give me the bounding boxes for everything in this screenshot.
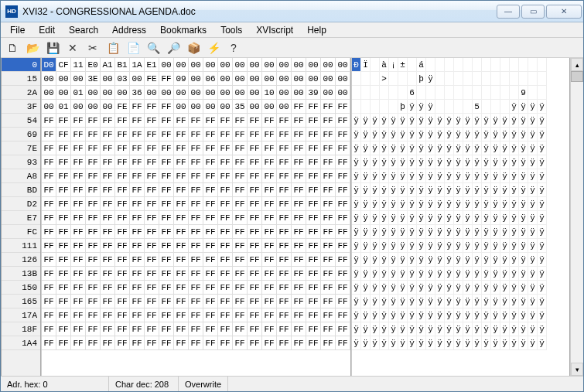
char-cell[interactable]: ÿ	[445, 267, 454, 281]
hex-cell[interactable]: FF	[248, 336, 262, 350]
hex-cell[interactable]: FF	[174, 128, 189, 141]
hex-cell[interactable]: FF	[233, 197, 248, 211]
char-cell[interactable]: ÿ	[408, 336, 417, 350]
char-cell[interactable]: ÿ	[435, 281, 445, 295]
char-cell[interactable]: ÿ	[519, 128, 528, 141]
hex-cell[interactable]: FF	[203, 141, 218, 155]
hex-cell[interactable]: FF	[174, 336, 189, 350]
char-cell[interactable]: ÿ	[454, 336, 463, 350]
hex-cell[interactable]: 00	[174, 58, 189, 72]
hex-cell[interactable]: 00	[233, 72, 248, 86]
hex-cell[interactable]: FF	[145, 141, 159, 155]
char-cell[interactable]: ÿ	[528, 225, 538, 239]
hex-cell[interactable]: FF	[336, 281, 350, 295]
hex-cell[interactable]: FF	[203, 211, 218, 225]
replace-icon[interactable]: 🔎	[165, 39, 182, 56]
hex-cell[interactable]: FF	[42, 128, 56, 141]
char-cell[interactable]: ÿ	[500, 128, 510, 141]
hex-cell[interactable]: FF	[159, 308, 174, 322]
hex-cell[interactable]: FF	[292, 281, 306, 295]
hex-cell[interactable]: FF	[336, 225, 350, 239]
char-cell[interactable]: ÿ	[510, 308, 519, 322]
hex-cell[interactable]: 00	[71, 72, 86, 86]
char-cell[interactable]: ÿ	[538, 295, 547, 308]
char-cell[interactable]: ÿ	[454, 322, 463, 336]
hex-cell[interactable]: FF	[130, 295, 145, 308]
char-cell[interactable]: ÿ	[408, 211, 417, 225]
hex-cell[interactable]: FF	[336, 114, 350, 128]
hex-cell[interactable]: FF	[145, 155, 159, 169]
hex-cell[interactable]: FF	[306, 128, 321, 141]
hex-cell[interactable]: FF	[145, 197, 159, 211]
hex-cell[interactable]: 00	[218, 86, 233, 100]
hex-cell[interactable]: FF	[218, 225, 233, 239]
hex-cell[interactable]: FF	[292, 141, 306, 155]
char-cell[interactable]: ÿ	[538, 114, 547, 128]
char-cell[interactable]: ÿ	[435, 128, 445, 141]
char-cell[interactable]: ÿ	[510, 336, 519, 350]
address-cell[interactable]: E7	[2, 211, 40, 225]
char-cell[interactable]: ÿ	[417, 155, 426, 169]
char-cell[interactable]	[538, 58, 547, 72]
address-cell[interactable]: 18F	[2, 322, 40, 336]
char-cell[interactable]	[528, 58, 538, 72]
hex-cell[interactable]: FE	[115, 100, 130, 114]
hex-cell[interactable]: FF	[277, 225, 292, 239]
char-cell[interactable]: ÿ	[500, 114, 510, 128]
char-cell[interactable]: á	[417, 58, 426, 72]
hex-cell[interactable]: FF	[189, 308, 203, 322]
char-cell[interactable]: ÿ	[500, 169, 510, 183]
hex-cell[interactable]: FF	[189, 253, 203, 267]
hex-cell[interactable]: FF	[130, 239, 145, 253]
char-cell[interactable]: ÿ	[463, 281, 473, 295]
char-cell[interactable]: ÿ	[473, 308, 482, 322]
char-cell[interactable]: ÿ	[463, 169, 473, 183]
char-cell[interactable]	[398, 86, 408, 100]
char-cell[interactable]: ÿ	[435, 322, 445, 336]
hex-cell[interactable]: FF	[159, 169, 174, 183]
hex-cell[interactable]: FF	[42, 141, 56, 155]
char-cell[interactable]	[361, 100, 371, 114]
address-cell[interactable]: 3F	[2, 100, 40, 114]
char-cell[interactable]: ÿ	[445, 141, 454, 155]
char-cell[interactable]: ÿ	[519, 114, 528, 128]
paste-icon[interactable]: 📄	[125, 39, 142, 56]
hex-cell[interactable]: FF	[321, 281, 336, 295]
char-cell[interactable]: ¡	[389, 58, 398, 72]
hex-cell[interactable]: FF	[174, 308, 189, 322]
char-cell[interactable]: ÿ	[361, 336, 371, 350]
hex-cell[interactable]: FF	[159, 322, 174, 336]
hex-cell[interactable]: FF	[174, 141, 189, 155]
hex-cell[interactable]: FF	[277, 128, 292, 141]
char-cell[interactable]: ÿ	[398, 336, 408, 350]
char-cell[interactable]: ÿ	[426, 308, 435, 322]
hex-cell[interactable]: FF	[159, 225, 174, 239]
char-cell[interactable]: ÿ	[510, 281, 519, 295]
char-cell[interactable]: ÿ	[426, 141, 435, 155]
hex-cell[interactable]: FF	[101, 336, 115, 350]
hex-cell[interactable]: FF	[71, 322, 86, 336]
char-cell[interactable]: ÿ	[435, 183, 445, 197]
char-cell[interactable]: ÿ	[435, 141, 445, 155]
save-icon[interactable]: 💾	[44, 39, 61, 56]
hex-cell[interactable]: FF	[42, 225, 56, 239]
char-cell[interactable]: ÿ	[389, 197, 398, 211]
char-cell[interactable]: ÿ	[408, 169, 417, 183]
hex-cell[interactable]: FF	[277, 197, 292, 211]
hex-cell[interactable]: FF	[145, 183, 159, 197]
char-cell[interactable]: ÿ	[352, 225, 361, 239]
char-cell[interactable]: ÿ	[408, 239, 417, 253]
address-cell[interactable]: 1A4	[2, 336, 40, 350]
hex-cell[interactable]: FF	[189, 155, 203, 169]
char-cell[interactable]: ÿ	[389, 211, 398, 225]
hex-cell[interactable]: FF	[292, 100, 306, 114]
char-cell[interactable]: ÿ	[528, 128, 538, 141]
char-cell[interactable]: ÿ	[389, 281, 398, 295]
hex-cell[interactable]: A1	[101, 58, 115, 72]
char-cell[interactable]: ÿ	[380, 211, 389, 225]
char-cell[interactable]: ÿ	[445, 253, 454, 267]
hex-cell[interactable]: 00	[42, 72, 56, 86]
char-cell[interactable]: ÿ	[500, 155, 510, 169]
char-cell[interactable]: ÿ	[389, 322, 398, 336]
char-cell[interactable]	[519, 58, 528, 72]
